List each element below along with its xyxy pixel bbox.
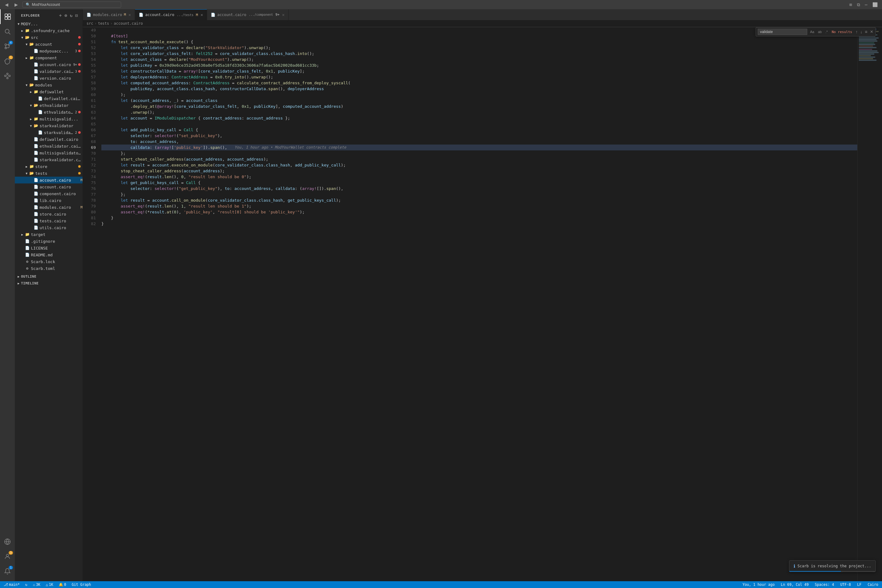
component-folder-icon: 📁 xyxy=(29,56,34,60)
activity-notifications[interactable]: 1 xyxy=(0,564,15,579)
tree-root[interactable]: ▼ MODY... xyxy=(15,20,83,27)
sidebar-item-tests[interactable]: ▼ 📂 tests xyxy=(15,170,83,177)
search-input[interactable] xyxy=(32,3,118,7)
find-close-button[interactable]: × xyxy=(870,29,874,34)
find-case-button[interactable]: Aa xyxy=(808,29,816,34)
back-button[interactable]: ◀ xyxy=(3,2,10,8)
sidebar-item-src[interactable]: ▼ 📂 src xyxy=(15,34,83,41)
sidebar-item-store[interactable]: ▶ 📁 store xyxy=(15,163,83,170)
more-icon[interactable]: ⋯ xyxy=(864,2,869,8)
status-position[interactable]: Ln 69, Col 49 xyxy=(780,582,810,587)
sidebar-item-defiwallet-flat[interactable]: 📄 defiwallet.cairo xyxy=(15,136,83,142)
status-spaces[interactable]: Spaces: 4 xyxy=(814,582,835,587)
sidebar-item-account-cairo-2[interactable]: 📄 account.cairo xyxy=(15,183,83,190)
sidebar-item-account[interactable]: ▼ 📂 account xyxy=(15,41,83,48)
status-sync[interactable]: ↻ xyxy=(24,582,29,587)
refresh-icon[interactable]: ↻ xyxy=(69,12,73,18)
activity-explorer[interactable] xyxy=(0,9,15,24)
sidebar-item-modyouacc[interactable]: 📄 modyouacc... 3 xyxy=(15,48,83,54)
status-git-graph[interactable]: Git Graph xyxy=(71,582,92,587)
sidebar-item-defiwallet-cairo[interactable]: 📄 defiwallet.cairo xyxy=(15,95,83,102)
code-area[interactable]: #[test] fn test_account_module_execute()… xyxy=(99,27,857,581)
activity-extensions[interactable] xyxy=(0,69,15,83)
status-notifications[interactable]: 🔔 0 xyxy=(57,582,68,587)
find-prev-button[interactable]: ↑ xyxy=(855,29,858,34)
sidebar-item-starkvalidator-dir[interactable]: ▼ 📂 starkvalidator xyxy=(15,122,83,129)
sidebar-item-scarblock[interactable]: ⚙ Scarb.lock xyxy=(15,258,83,265)
sidebar-item-ethvalidator-dir[interactable]: ▼ 📂 ethvalidator xyxy=(15,102,83,109)
sidebar-item-version[interactable]: 📄 version.cairo xyxy=(15,75,83,81)
status-timestamp[interactable]: You, 1 hour ago xyxy=(741,582,776,587)
starkvalidator-dir-name: starkvalidator xyxy=(39,123,83,128)
breadcrumb-file[interactable]: account.cairo xyxy=(114,21,143,26)
new-file-icon[interactable]: + xyxy=(59,12,62,18)
status-line-ending[interactable]: LF xyxy=(856,582,863,587)
sidebar-item-multisigvalidator-flat[interactable]: 📄 multisigvalidator... xyxy=(15,150,83,156)
tab-account-component[interactable]: 📄 account.cairo .../component 9+ × xyxy=(207,9,288,20)
account-component-tab-close[interactable]: × xyxy=(282,12,285,17)
sidebar-item-license[interactable]: 📄 LICENSE xyxy=(15,244,83,251)
breadcrumb-sep2: › xyxy=(110,21,113,26)
sidebar-item-readme[interactable]: 📄 README.md xyxy=(15,251,83,258)
find-regex-button[interactable]: .* xyxy=(824,29,829,34)
breadcrumb-tests[interactable]: tests xyxy=(98,21,109,26)
sidebar-item-scarbtoml[interactable]: ⚙ Scarb.toml xyxy=(15,265,83,272)
sidebar-item-tests-cairo[interactable]: 📄 tests.cairo xyxy=(15,218,83,224)
account-component-tab-label: account.cairo xyxy=(217,13,246,17)
status-language[interactable]: Cairo xyxy=(866,582,879,587)
position-text: Ln 69, Col 49 xyxy=(781,582,809,587)
tab-modules[interactable]: 📄 modules.cairo M × xyxy=(83,9,135,20)
sidebar-item-gitignore[interactable]: 📄 .gitignore xyxy=(15,238,83,244)
sidebar-item-defiwallet-dir[interactable]: ▶ 📁 defiwallet xyxy=(15,88,83,95)
modules-tab-close[interactable]: × xyxy=(129,12,131,17)
status-encoding[interactable]: UTF-8 xyxy=(839,582,852,587)
search-bar[interactable]: 🔍 xyxy=(22,2,121,8)
find-input[interactable] xyxy=(758,29,807,35)
sidebar-item-modules[interactable]: ▼ 📂 modules xyxy=(15,81,83,88)
sidebar-item-account-cairo-selected[interactable]: 📄 account.cairo M xyxy=(15,177,83,183)
tab-account-tests[interactable]: 📄 account.cairo .../tests M × xyxy=(135,9,207,20)
modules-cairo-modified-tag: M xyxy=(80,206,83,209)
sidebar-item-store-cairo[interactable]: 📄 store.cairo xyxy=(15,211,83,218)
maximize-icon[interactable]: ⬜ xyxy=(871,2,879,8)
find-next-button[interactable]: ↓ xyxy=(859,29,863,34)
sidebar-item-snfoundry[interactable]: ▶ 📁 .snfoundry_cache xyxy=(15,27,83,34)
forward-button[interactable]: ▶ xyxy=(13,2,20,8)
activity-remote[interactable] xyxy=(0,534,15,549)
defiwallet-dir-icon: 📁 xyxy=(33,90,38,94)
collapse-icon[interactable]: ⊟ xyxy=(75,12,79,18)
activity-account[interactable]: 3 xyxy=(0,549,15,564)
split-icon[interactable]: ⧉ xyxy=(856,2,861,8)
sidebar-item-multisig-dir[interactable]: ▶ 📁 multisigvalid... xyxy=(15,116,83,122)
sidebar-item-utils[interactable]: 📄 utils.cairo xyxy=(15,224,83,231)
new-folder-icon[interactable]: ⊕ xyxy=(64,12,68,18)
tests-dot xyxy=(78,172,81,174)
sidebar-item-starkvalidator-flat[interactable]: 📄 starkvalidator.cairo xyxy=(15,156,83,163)
account-tests-tab-close[interactable]: × xyxy=(201,12,203,17)
defiwallet-flat-name: defiwallet.cairo xyxy=(39,137,83,142)
activity-debug[interactable]: 1 xyxy=(0,54,15,69)
find-word-button[interactable]: ab xyxy=(816,29,823,34)
layout-icon[interactable]: ⊞ xyxy=(848,2,853,8)
sidebar-item-ethvalidator-file[interactable]: 📄 ethvalidator... 2 xyxy=(15,109,83,116)
sidebar-item-validator[interactable]: 📄 validator.cairo 3 xyxy=(15,68,83,75)
sidebar-item-modules-cairo[interactable]: 📄 modules.cairo M xyxy=(15,204,83,211)
sidebar-item-starkvalidator-file[interactable]: 📄 starkvalidat... 2 xyxy=(15,129,83,136)
find-list-button[interactable]: ≡ xyxy=(864,29,868,34)
sidebar-item-component-cairo[interactable]: 📄 component.cairo xyxy=(15,190,83,197)
status-warnings[interactable]: △ 1K xyxy=(45,582,54,587)
sidebar-item-target[interactable]: ▶ 📁 target xyxy=(15,231,83,238)
breadcrumb-src[interactable]: src xyxy=(87,21,93,26)
sidebar-item-ethvalidator-flat[interactable]: 📄 ethvalidator.cairo xyxy=(15,142,83,150)
sidebar-item-lib[interactable]: 📄 lib.cairo xyxy=(15,197,83,204)
sidebar-item-timeline[interactable]: ▶ TIMELINE xyxy=(15,280,83,286)
status-errors[interactable]: ⚠ 3K xyxy=(32,582,42,587)
component-cairo-icon: 📄 xyxy=(33,192,38,196)
sidebar-item-account-cairo[interactable]: 📄 account.cairo 9+ xyxy=(15,61,83,68)
activity-search[interactable] xyxy=(0,24,15,39)
sidebar-item-outline[interactable]: ▶ OUTLINE xyxy=(15,273,83,280)
sidebar-item-component[interactable]: ▶ 📁 component xyxy=(15,54,83,61)
activity-git[interactable]: 4 xyxy=(0,39,15,54)
target-name: target xyxy=(31,232,83,237)
status-branch[interactable]: ⎇ main* xyxy=(3,582,21,587)
